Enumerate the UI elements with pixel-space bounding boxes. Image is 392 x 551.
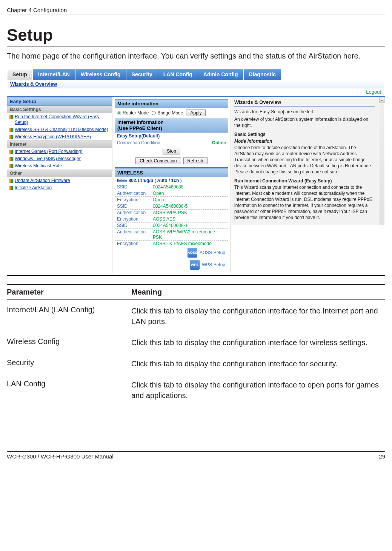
wireless-kv-row: EncryptionAOSS TKIP/AES mixedmode xyxy=(115,241,228,247)
router-mode-radio[interactable]: Router Mode xyxy=(117,110,149,116)
wireless-key: Encryption xyxy=(117,216,153,222)
param-table-row: Internet/LAN (LAN Config)Click this tab … xyxy=(7,300,385,332)
wireless-key: SSID xyxy=(117,223,153,228)
wireless-kv-row: EncryptionOpen xyxy=(115,197,228,203)
router-admin-screenshot: Setup Internet/LAN Wireless Config Secur… xyxy=(7,69,385,276)
radio-off-icon xyxy=(152,111,156,115)
wireless-value: 0024A5460038-1 xyxy=(153,223,226,228)
wireless-kv-row: SSID0024A5460038-5 xyxy=(115,203,228,210)
wireless-kv-row: SSID0024A5460038-1 xyxy=(115,222,228,229)
wireless-value: Open xyxy=(153,197,226,202)
connection-condition-label: Connection Condition xyxy=(117,140,160,145)
param-table-row: Wireless ConfigClick this tab to display… xyxy=(7,332,385,353)
tab-diagnostic[interactable]: Diagnostic xyxy=(244,69,282,80)
help-text: An overview of your AirStation's system … xyxy=(234,116,375,128)
check-connection-button[interactable]: Check Connection xyxy=(135,157,181,164)
aoss-icon: AOSS xyxy=(188,248,197,258)
wireless-kv-row: AuthenticationAOSS WPA-PSK xyxy=(115,210,228,216)
wireless-key: Authentication xyxy=(117,229,153,240)
param-header-parameter: Parameter xyxy=(7,288,131,296)
tab-internet-lan[interactable]: Internet/LAN xyxy=(33,69,75,80)
bridge-mode-radio[interactable]: Bridge Mode xyxy=(152,110,183,116)
param-meaning: Click this tab to display the configurat… xyxy=(131,358,385,369)
wps-setup-link[interactable]: WPS Setup xyxy=(202,262,225,267)
wireless-value: Open xyxy=(153,191,226,196)
bullet-icon xyxy=(9,164,13,168)
wireless-value: AOSS WPA/WPA2 mixedmode - PSK xyxy=(153,229,226,240)
bullet-icon xyxy=(9,150,13,154)
wireless-kv-row: AuthenticationOpen xyxy=(115,190,228,197)
help-mode-info-head: Mode information xyxy=(234,139,375,144)
param-name: Wireless Config xyxy=(7,337,131,348)
refresh-button[interactable]: Refresh xyxy=(183,157,208,164)
help-text: Wizards for [Easy Setup] are on the left… xyxy=(234,109,375,115)
multicast-rate-link[interactable]: Wireless Multicast Rate xyxy=(15,163,62,169)
tab-lan-config[interactable]: LAN Config xyxy=(158,69,198,80)
param-name: LAN Config xyxy=(7,380,131,401)
update-firmware-link[interactable]: Update AirStation Firmware xyxy=(15,178,70,184)
bullet-icon xyxy=(9,115,13,119)
bullet-icon xyxy=(9,179,13,183)
wireless-kv-row: EncryptionAOSS AES xyxy=(115,216,228,222)
param-table-row: SecurityClick this tab to display the co… xyxy=(7,353,385,374)
scroll-up-icon[interactable]: ▴ xyxy=(379,97,385,103)
bullet-icon xyxy=(9,128,13,132)
wireless-value: 0024A5460038-5 xyxy=(153,204,226,209)
internet-info-header: Internet Information (Use PPPoE Client) xyxy=(115,118,228,133)
wps-icon: WPS xyxy=(190,260,200,270)
apply-button[interactable]: Apply xyxy=(186,110,206,116)
msn-messenger-link[interactable]: Windows Live (MSN) Messenger xyxy=(15,156,81,162)
port-forwarding-link[interactable]: Internet Games (Port Forwarding) xyxy=(15,149,82,154)
logout-link[interactable]: Logout xyxy=(366,89,381,95)
page-title: Setup xyxy=(7,26,385,46)
param-table-row: LAN ConfigClick this tab to display the … xyxy=(7,374,385,406)
ieee-spec-label: IEEE 802.11n/g/b ( Auto / 1ch ) xyxy=(115,177,228,184)
wireless-value: AOSS TKIP/AES mixedmode xyxy=(153,241,226,246)
wireless-value: AOSS AES xyxy=(153,216,226,222)
wireless-kv-row: SSID0024A5460038 xyxy=(115,184,228,190)
wireless-value: AOSS WPA-PSK xyxy=(153,210,226,215)
bullet-icon xyxy=(9,135,13,139)
wireless-ssid-channel-link[interactable]: Wireless SSID & Channel(11n150Mbps Mode) xyxy=(15,127,108,133)
param-header-meaning: Meaning xyxy=(131,288,162,296)
footer-manual-name: WCR-G300 / WCR-HP-G300 User Manual xyxy=(7,453,114,460)
help-wizards-overview-title: Wizards & Overview xyxy=(234,99,375,106)
bullet-icon xyxy=(9,157,13,161)
stop-button[interactable]: Stop xyxy=(163,148,180,154)
tab-admin-config[interactable]: Admin Config xyxy=(198,69,244,80)
param-name: Security xyxy=(7,358,131,369)
internet-subhead: Internet xyxy=(7,140,112,148)
router-mode-label: Router Mode xyxy=(123,110,149,116)
param-meaning: Click this tab to display the configurat… xyxy=(131,306,385,327)
wireless-encryption-link[interactable]: Wireless Encryption (WEP/TKIP/AES) xyxy=(15,134,91,140)
wireless-key: Authentication xyxy=(117,191,153,196)
other-subhead: Other xyxy=(7,170,112,177)
wireless-key: SSID xyxy=(117,184,153,190)
wireless-header: WIRELESS xyxy=(115,168,228,177)
footer-page-number: 29 xyxy=(379,453,385,460)
help-text: This Wizard scans your Internet connecti… xyxy=(234,184,375,221)
subnav-wizards-overview-link[interactable]: Wizards & Overview xyxy=(10,81,57,87)
easy-setup-default-link[interactable]: Easy Setup(Default) xyxy=(115,133,228,139)
initialize-airstation-link[interactable]: Initialize AirStation xyxy=(15,185,52,191)
wireless-key: SSID xyxy=(117,204,153,209)
radio-on-icon xyxy=(117,111,121,115)
wireless-key: Encryption xyxy=(117,197,153,202)
param-name: Internet/LAN (LAN Config) xyxy=(7,306,131,327)
scrollbar[interactable]: ▴ xyxy=(379,97,385,225)
wireless-key: Encryption xyxy=(117,241,153,246)
tab-security[interactable]: Security xyxy=(126,69,158,80)
basic-settings-subhead: Basic Settings xyxy=(7,106,112,113)
tab-setup[interactable]: Setup xyxy=(7,69,33,80)
page-intro: The home page of the configuration inter… xyxy=(7,51,385,61)
param-meaning: Click this tab to display the configurat… xyxy=(131,380,385,401)
help-run-wizard-head: Run Internet Connection Wizard (Easy Set… xyxy=(234,178,375,184)
help-basic-settings-head: Basic Settings xyxy=(234,132,375,137)
connection-status-value: Online xyxy=(212,140,226,145)
tab-wireless-config[interactable]: Wireless Config xyxy=(75,69,126,80)
help-text: Choose here to decide operation mode of … xyxy=(234,145,375,175)
run-internet-wizard-link[interactable]: Run the Internet Connection Wizard (Easy… xyxy=(15,114,111,125)
bullet-icon xyxy=(9,186,13,190)
aoss-setup-link[interactable]: AOSS Setup xyxy=(200,250,225,255)
wireless-value: 0024A5460038 xyxy=(153,184,226,190)
